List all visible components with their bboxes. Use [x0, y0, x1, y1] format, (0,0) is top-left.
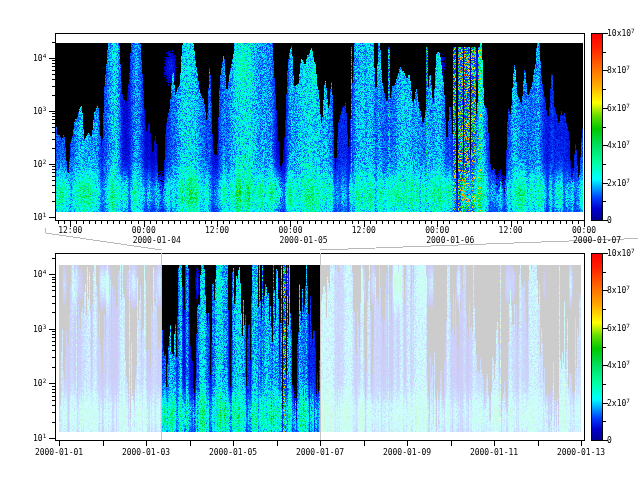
zoomed-plot-frame	[55, 33, 585, 221]
context-colorbar	[591, 253, 603, 441]
date-tick-label: 2000-01-07	[573, 236, 621, 245]
colorbar-tick-label: 4x107	[607, 141, 630, 150]
y-axis-tick-label: 103	[33, 107, 46, 116]
spectrogram-window: 02x1074x1076x1078x10710x10702x1074x1076x…	[0, 0, 640, 480]
time-tick-label: 12:00	[58, 226, 82, 235]
colorbar-tick-label: 0	[607, 436, 612, 445]
colorbar-tick-label: 8x107	[607, 66, 630, 75]
date-tick-label: 2000-01-05	[209, 448, 257, 457]
time-tick-label: 12:00	[205, 226, 229, 235]
colorbar-tick-label: 10x107	[607, 249, 635, 258]
date-tick-label: 2000-01-07	[296, 448, 344, 457]
date-tick-label: 2000-01-04	[133, 236, 181, 245]
colorbar-tick-label: 6x107	[607, 324, 630, 333]
date-tick-label: 2000-01-05	[279, 236, 327, 245]
date-tick-label: 2000-01-09	[383, 448, 431, 457]
y-axis-tick-label: 103	[33, 325, 46, 334]
date-tick-label: 2000-01-03	[122, 448, 170, 457]
time-tick-label: 00:00	[425, 226, 449, 235]
colorbar-tick-label: 0	[607, 216, 612, 225]
date-tick-label: 2000-01-01	[35, 448, 83, 457]
colorbar-tick-label: 4x107	[607, 361, 630, 370]
colorbar-tick-label: 2x107	[607, 399, 630, 408]
date-tick-label: 2000-01-06	[426, 236, 474, 245]
y-axis-tick-label: 104	[33, 54, 46, 63]
y-axis-tick-label: 102	[33, 160, 46, 169]
y-axis-tick-label: 102	[33, 379, 46, 388]
date-tick-label: 2000-01-13	[557, 448, 605, 457]
time-tick-label: 12:00	[499, 226, 523, 235]
y-axis-tick-label: 101	[33, 213, 46, 222]
dimmed-region-before-selection	[56, 254, 161, 440]
y-axis-tick-label: 101	[33, 434, 46, 443]
colorbar-tick-label: 6x107	[607, 104, 630, 113]
time-tick-label: 00:00	[572, 226, 596, 235]
time-tick-label: 00:00	[132, 226, 156, 235]
colorbar-tick-label: 2x107	[607, 179, 630, 188]
y-axis-tick-label: 104	[33, 270, 46, 279]
colorbar-tick-label: 10x107	[607, 29, 635, 38]
time-tick-label: 00:00	[278, 226, 302, 235]
time-tick-label: 12:00	[352, 226, 376, 235]
date-tick-label: 2000-01-11	[470, 448, 518, 457]
dimmed-region-after-selection	[321, 254, 583, 440]
zoomed-colorbar	[591, 33, 603, 221]
colorbar-tick-label: 8x107	[607, 286, 630, 295]
